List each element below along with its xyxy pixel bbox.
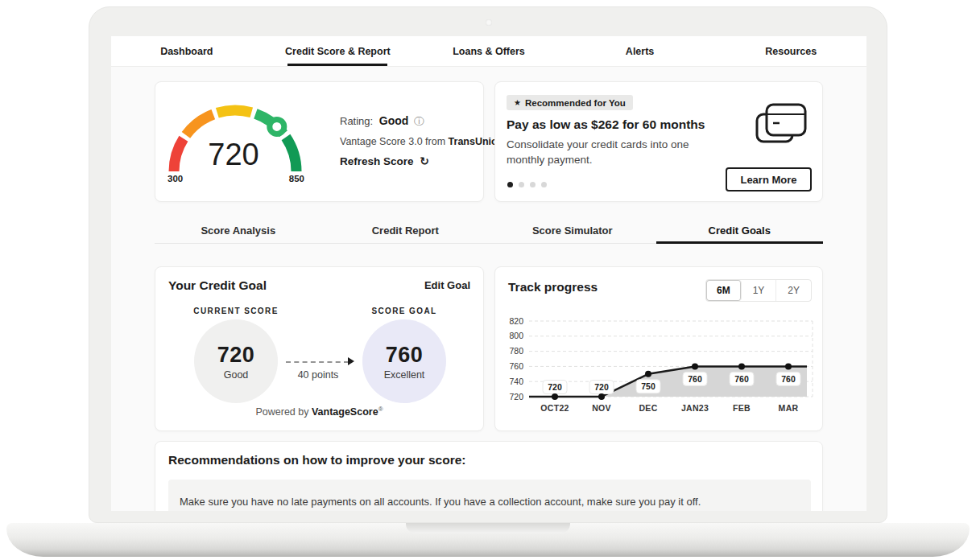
refresh-icon: ↻ bbox=[420, 154, 429, 167]
score-goal-rating: Excellent bbox=[384, 369, 425, 381]
subtab-label: Score Simulator bbox=[532, 224, 613, 237]
goal-card-title: Your Credit Goal bbox=[168, 278, 267, 293]
gauge-indicator-knob bbox=[270, 119, 284, 134]
provider-row: Vantage Score 3.0 from TransUnion bbox=[340, 136, 503, 147]
point-label: 760 bbox=[734, 374, 749, 384]
recommended-badge: ★ Recommended for You bbox=[507, 95, 633, 110]
gauge-segment-yellow bbox=[217, 110, 252, 113]
gauge-segment-red bbox=[174, 138, 184, 171]
credit-cards-icon bbox=[755, 101, 808, 151]
nav-tab-dashboard[interactable]: Dashboard bbox=[111, 36, 263, 66]
score-info-block: Rating: Good ⓘ Vantage Score 3.0 from Tr… bbox=[340, 114, 503, 175]
tab-score-simulator[interactable]: Score Simulator bbox=[489, 218, 656, 243]
learn-more-label: Learn More bbox=[740, 174, 796, 186]
score-goal-label: SCORE GOAL bbox=[356, 307, 453, 315]
score-goal-value: 760 bbox=[386, 343, 424, 368]
y-axis-tick: 820 bbox=[509, 316, 523, 326]
webcam-icon bbox=[486, 19, 492, 26]
current-score-label: CURRENT SCORE bbox=[188, 307, 284, 315]
point-label: 760 bbox=[781, 374, 796, 384]
score-goal-circle: 760 Excellent bbox=[362, 319, 446, 403]
recommendations-card: Recommendations on how to improve your s… bbox=[155, 441, 823, 511]
info-icon[interactable]: ⓘ bbox=[414, 116, 424, 127]
tab-score-analysis[interactable]: Score Analysis bbox=[155, 218, 322, 243]
gauge-segment-dark-green bbox=[286, 138, 296, 172]
range-label: 6M bbox=[717, 285, 730, 296]
provider-prefix: Vantage Score 3.0 from bbox=[340, 136, 445, 147]
score-gauge: 720 300 850 bbox=[163, 90, 316, 191]
rating-value: Good bbox=[379, 114, 409, 127]
goal-arrow-line bbox=[286, 361, 349, 363]
range-label: 1Y bbox=[753, 285, 765, 296]
refresh-score-button[interactable]: Refresh Score ↻ bbox=[340, 154, 503, 167]
nav-tab-label: Loans & Offers bbox=[453, 46, 525, 57]
x-axis-tick: FEB bbox=[733, 403, 751, 413]
goal-arrow-head bbox=[348, 357, 354, 365]
data-point bbox=[598, 393, 605, 400]
nav-tab-label: Credit Score & Report bbox=[285, 46, 391, 57]
data-point bbox=[738, 363, 745, 369]
subtab-label: Score Analysis bbox=[201, 224, 275, 237]
top-nav: Dashboard Credit Score & Report Loans & … bbox=[111, 36, 866, 67]
tab-credit-goals[interactable]: Credit Goals bbox=[656, 218, 824, 243]
credit-goal-card: Your Credit Goal Edit Goal CURRENT SCORE… bbox=[155, 266, 484, 431]
recommendation-text: Make sure you have no late payments on a… bbox=[180, 496, 800, 508]
refresh-score-label: Refresh Score bbox=[340, 155, 414, 167]
data-point bbox=[552, 393, 558, 400]
nav-tab-label: Dashboard bbox=[160, 46, 213, 57]
edit-goal-link[interactable]: Edit Goal bbox=[424, 279, 470, 291]
current-score-rating: Good bbox=[224, 369, 249, 381]
laptop-mockup: Dashboard Credit Score & Report Loans & … bbox=[0, 0, 976, 560]
progress-line-chart: 820800780760740720720720750760760760OCT2… bbox=[499, 314, 815, 418]
gauge-score-value: 720 bbox=[208, 138, 258, 171]
app-screen: Dashboard Credit Score & Report Loans & … bbox=[111, 36, 866, 511]
carousel-dot-1[interactable] bbox=[507, 182, 513, 187]
current-score-value: 720 bbox=[217, 343, 255, 368]
carousel-dot-4[interactable] bbox=[541, 182, 547, 187]
nav-tab-resources[interactable]: Resources bbox=[715, 36, 866, 66]
data-point bbox=[645, 371, 651, 377]
gauge-max-label: 850 bbox=[289, 174, 304, 183]
nav-tab-alerts[interactable]: Alerts bbox=[565, 36, 716, 66]
y-axis-tick: 760 bbox=[509, 361, 523, 371]
carousel-dots bbox=[507, 182, 547, 187]
range-toggle-group: 6M 1Y 2Y bbox=[705, 279, 812, 302]
y-axis-tick: 740 bbox=[509, 377, 523, 386]
rating-label: Rating: bbox=[340, 115, 373, 127]
nav-tab-label: Resources bbox=[765, 46, 817, 57]
y-axis-tick: 800 bbox=[509, 331, 523, 340]
point-label: 720 bbox=[594, 382, 609, 392]
point-label: 720 bbox=[548, 382, 562, 392]
y-axis-tick: 720 bbox=[509, 392, 523, 401]
learn-more-button[interactable]: Learn More bbox=[726, 167, 812, 191]
carousel-dot-2[interactable] bbox=[519, 182, 524, 187]
powered-brand: VantageScore bbox=[312, 406, 378, 418]
sub-tabs: Score Analysis Credit Report Score Simul… bbox=[155, 218, 823, 244]
front-card-shape bbox=[767, 105, 805, 135]
credit-score-card: 720 300 850 Rating: Good ⓘ Vantage Score… bbox=[155, 81, 484, 202]
nav-tab-credit-score-report[interactable]: Credit Score & Report bbox=[263, 36, 414, 66]
x-axis-tick: NOV bbox=[592, 403, 611, 413]
nav-tab-loans-offers[interactable]: Loans & Offers bbox=[413, 36, 565, 66]
nav-tab-label: Alerts bbox=[626, 46, 654, 57]
range-1y-button[interactable]: 1Y bbox=[742, 280, 777, 301]
x-axis-tick: DEC bbox=[639, 403, 657, 413]
point-label: 750 bbox=[641, 381, 655, 391]
carousel-dot-3[interactable] bbox=[530, 182, 536, 187]
current-score-circle: 720 Good bbox=[194, 319, 278, 403]
track-progress-card: Track progress 6M 1Y 2Y 8208007807607407… bbox=[494, 266, 823, 431]
x-axis-tick: JAN23 bbox=[681, 403, 709, 413]
subtab-label: Credit Goals bbox=[709, 224, 771, 237]
recommendation-item: Make sure you have no late payments on a… bbox=[168, 480, 811, 511]
x-axis-tick: OCT22 bbox=[540, 403, 569, 413]
tab-credit-report[interactable]: Credit Report bbox=[322, 218, 490, 243]
range-6m-button[interactable]: 6M bbox=[706, 280, 742, 301]
subtab-label: Credit Report bbox=[372, 224, 439, 237]
range-2y-button[interactable]: 2Y bbox=[776, 280, 811, 301]
data-point bbox=[785, 363, 792, 369]
point-label: 760 bbox=[688, 374, 702, 384]
powered-by: Powered by VantageScore® bbox=[155, 406, 483, 418]
rating-row: Rating: Good ⓘ bbox=[340, 114, 503, 129]
track-progress-title: Track progress bbox=[508, 280, 598, 294]
points-delta-label: 40 points bbox=[274, 369, 362, 381]
